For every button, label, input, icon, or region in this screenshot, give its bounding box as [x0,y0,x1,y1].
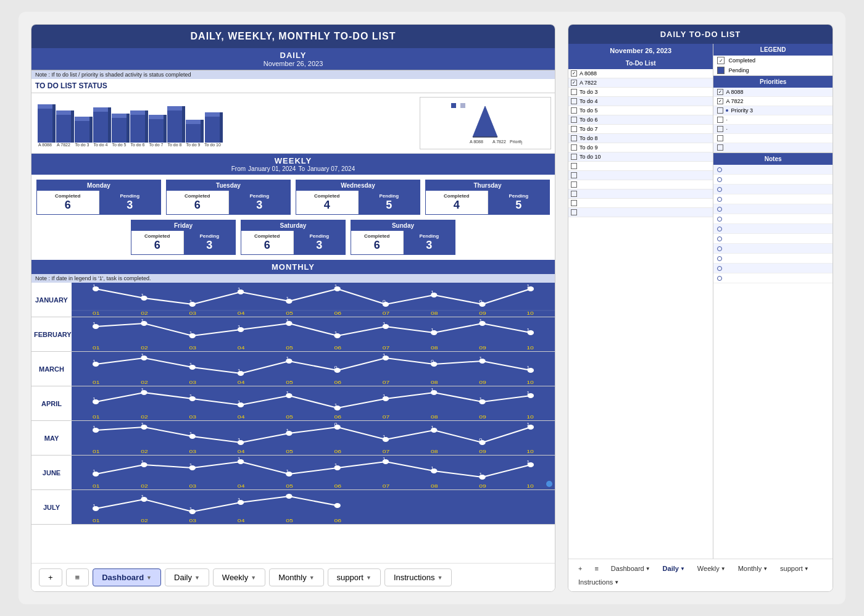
svg-text:04: 04 [238,449,245,454]
bar-item: To do 8 [167,106,182,147]
right-dashboard-button[interactable]: Dashboard ▼ [606,563,655,574]
todo-item: ✓ A 8088 [568,69,713,78]
svg-text:05: 05 [286,414,293,420]
svg-text:01: 01 [93,310,100,316]
svg-text:1: 1 [479,472,483,477]
svg-text:09: 09 [479,449,486,454]
daily-tab-button[interactable]: Daily ▼ [165,568,209,586]
bar-item: To do 3 [75,117,89,147]
right-panel-title: DAILY TO-DO LIST [568,25,833,44]
friday-header: Friday [131,220,235,231]
note-item [713,175,833,185]
svg-text:10: 10 [526,310,534,316]
right-menu-button[interactable]: ≡ [589,563,603,574]
priority-item [713,143,833,152]
right-monthly-button[interactable]: Monthly ▼ [733,563,773,574]
mini-chart-area: A 8088 A 7822 Priority 3 [420,97,552,149]
weekly-tab-button[interactable]: Weekly ▼ [213,568,265,586]
legend-pending: Pending [713,65,833,75]
svg-text:1: 1 [526,391,530,396]
svg-text:1: 1 [526,422,530,427]
bar-item: To do 5 [112,114,127,147]
svg-text:07: 07 [383,449,390,454]
svg-text:03: 03 [189,345,197,351]
svg-text:1: 1 [93,359,96,364]
svg-text:1: 1 [431,328,434,333]
from-date: January 01, 2024 [248,165,296,172]
june-chart: 01 02 03 04 05 06 07 08 09 10 1 [72,456,555,489]
instructions-button[interactable]: Instructions ▼ [384,568,452,586]
svg-text:1: 1 [526,328,530,333]
svg-text:10: 10 [526,345,534,351]
svg-rect-1 [460,103,465,108]
svg-rect-0 [451,103,456,108]
svg-text:03: 03 [189,483,197,489]
svg-text:1: 1 [238,325,241,330]
right-instructions-button[interactable]: Instructions ▼ [573,576,624,588]
todo-item: To do 6 [568,115,713,125]
svg-text:04: 04 [238,380,245,385]
right-weekly-button[interactable]: Weekly ▼ [692,563,731,574]
right-add-button[interactable]: + [573,563,587,574]
svg-text:1: 1 [431,466,434,471]
note-item [713,165,833,175]
right-support-button[interactable]: support ▼ [775,563,814,574]
notes-header: Notes [713,153,833,165]
day-card-saturday: Saturday Completed 6 Pending 3 [241,220,346,255]
svg-text:1: 1 [383,435,386,439]
svg-text:06: 06 [334,310,341,316]
svg-text:07: 07 [383,310,390,316]
svg-text:02: 02 [141,345,148,351]
priority-item: ✓ A 7822 [713,97,833,106]
svg-marker-2 [473,106,497,137]
svg-text:0: 0 [479,438,483,443]
daily-date: November 26, 2023 [34,60,552,67]
svg-text:01: 01 [93,449,100,454]
charts-row: A 8088 A 7822 [31,93,555,154]
svg-text:1: 1 [189,331,193,336]
svg-text:05: 05 [286,449,293,454]
monthly-grid: JANUARY [31,283,555,563]
svg-text:1: 1 [334,403,338,408]
svg-text:1: 1 [141,353,144,358]
svg-text:Priority 3: Priority 3 [510,139,522,144]
dashboard-button[interactable]: Dashboard ▼ [93,568,161,586]
svg-text:1: 1 [479,356,483,361]
menu-button[interactable]: ≡ [66,568,89,586]
svg-text:08: 08 [431,483,438,489]
weekly-label: WEEKLY [34,156,552,165]
svg-text:1: 1 [526,284,530,289]
todo-list-header: To-Do List [568,57,713,69]
right-panel: DAILY TO-DO LIST November 26, 2023 To-Do… [568,24,833,592]
add-button[interactable]: + [39,568,62,586]
svg-text:02: 02 [141,518,148,523]
monthly-section: MONTHLY [31,260,555,274]
svg-text:1: 1 [286,391,289,396]
todo-list: ✓ A 8088 ✓ A 7822 To do 3 [568,69,713,559]
svg-text:1: 1 [189,394,193,399]
svg-text:01: 01 [93,518,100,523]
svg-text:1: 1 [431,388,434,393]
support-button[interactable]: support ▼ [328,568,381,586]
from-label: From [231,165,246,172]
note-item [713,214,833,224]
svg-text:1: 1 [383,394,386,399]
right-daily-button[interactable]: Daily ▼ [658,563,690,574]
priority-item [713,134,833,143]
svg-text:09: 09 [479,345,486,351]
monthly-tab-button[interactable]: Monthly ▼ [269,568,323,586]
svg-text:1: 1 [189,431,193,436]
priorities-header: Priorities [713,76,833,88]
svg-text:02: 02 [141,310,148,316]
todo-item [568,171,713,180]
svg-text:08: 08 [431,380,438,385]
daily-note: Note : If to do list / priority is shade… [31,70,555,79]
day-card-thursday: Thursday Completed 4 Pending 5 [425,180,550,215]
todo-item: To do 9 [568,143,713,152]
svg-text:10: 10 [526,449,534,454]
svg-text:1: 1 [479,318,483,323]
april-chart: 01 02 03 04 05 06 07 08 09 10 1 [72,386,555,420]
svg-text:1: 1 [238,438,241,443]
sunday-header: Sunday [351,220,455,231]
todo-item [568,162,713,171]
